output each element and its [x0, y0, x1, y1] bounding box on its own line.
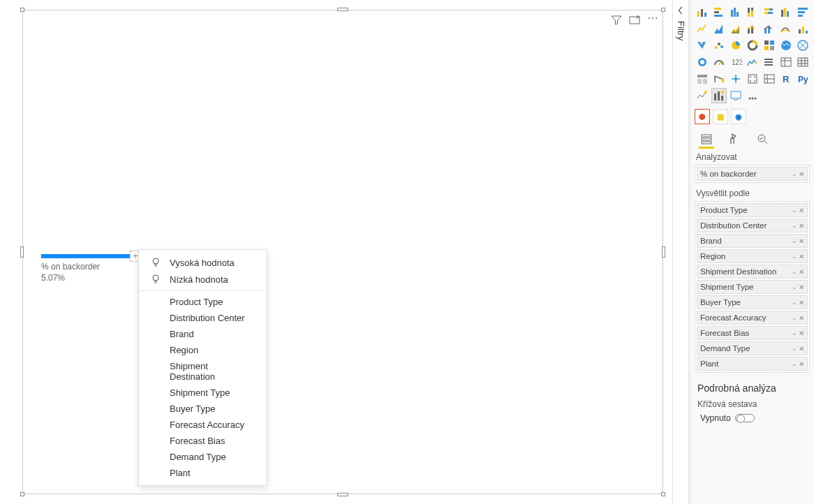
resize-handle[interactable] — [20, 492, 24, 496]
chevron-down-icon[interactable]: ⌄ — [792, 283, 797, 291]
viz-type-icon[interactable] — [728, 88, 743, 103]
viz-type-icon[interactable] — [728, 4, 743, 20]
field-pill[interactable]: % on backorder ⌄✕ — [697, 167, 808, 181]
viz-type-icon[interactable] — [695, 4, 710, 20]
viz-type-icon[interactable]: R — [778, 71, 794, 87]
viz-type-icon[interactable] — [728, 71, 743, 87]
viz-type-icon[interactable] — [778, 4, 794, 20]
viz-type-icon[interactable] — [762, 4, 777, 20]
fields-tab[interactable] — [699, 131, 714, 147]
custom-visual-html[interactable]: ⬢ — [695, 109, 710, 124]
remove-icon[interactable]: ✕ — [799, 299, 804, 306]
field-pill[interactable]: Plant⌄✕ — [697, 357, 808, 371]
remove-icon[interactable]: ✕ — [799, 314, 804, 322]
menu-field-item[interactable]: Product Type — [139, 294, 267, 310]
field-pill[interactable]: Region⌄✕ — [697, 249, 808, 263]
viz-type-icon[interactable] — [695, 54, 710, 70]
menu-field-item[interactable]: Forecast Accuracy — [139, 417, 267, 433]
viz-type-icon[interactable] — [778, 54, 794, 70]
viz-type-icon[interactable] — [711, 38, 727, 53]
viz-type-icon[interactable] — [711, 54, 727, 70]
menu-field-item[interactable]: Plant — [139, 465, 267, 481]
field-pill[interactable]: Forecast Accuracy⌄✕ — [697, 311, 808, 325]
menu-field-item[interactable]: Brand — [139, 326, 267, 342]
menu-field-item[interactable]: Demand Type — [139, 449, 267, 465]
chevron-down-icon[interactable]: ⌄ — [792, 222, 797, 230]
viz-type-icon[interactable] — [795, 38, 811, 53]
custom-visual-3[interactable]: ◉ — [731, 109, 746, 124]
remove-icon[interactable]: ✕ — [799, 253, 804, 260]
field-pill[interactable]: Brand⌄✕ — [697, 234, 808, 248]
explain-by-field-well[interactable]: Product Type⌄✕Distribution Center⌄✕Brand… — [695, 201, 810, 373]
viz-type-icon[interactable] — [745, 4, 760, 20]
remove-icon[interactable]: ✕ — [799, 207, 804, 214]
resize-handle[interactable] — [661, 492, 665, 496]
viz-type-icon[interactable] — [762, 38, 777, 53]
viz-type-icon[interactable] — [762, 71, 777, 87]
viz-type-icon[interactable] — [695, 38, 710, 53]
menu-field-item[interactable]: Region — [139, 342, 267, 358]
custom-visual-2[interactable]: ▦ — [713, 109, 728, 124]
viz-type-icon[interactable] — [695, 88, 710, 103]
viz-type-icon[interactable]: 123 — [728, 54, 743, 70]
expand-icon[interactable] — [676, 6, 686, 15]
resize-handle[interactable] — [337, 8, 348, 11]
resize-handle[interactable] — [662, 246, 665, 258]
chevron-down-icon[interactable]: ⌄ — [792, 237, 797, 245]
remove-icon[interactable]: ✕ — [799, 268, 804, 276]
remove-icon[interactable]: ✕ — [799, 345, 804, 353]
menu-low-value[interactable]: Nízká hodnota — [139, 271, 267, 288]
viz-type-icon[interactable] — [795, 21, 811, 36]
visual-container[interactable]: ⋯ + % on backorder 5.07% Vysoká hodnota … — [22, 10, 663, 494]
viz-type-icon[interactable] — [711, 4, 727, 20]
viz-type-icon[interactable] — [745, 38, 760, 53]
menu-field-item[interactable]: Shipment Type — [139, 385, 267, 401]
chevron-down-icon[interactable]: ⌄ — [792, 329, 797, 337]
remove-icon[interactable]: ✕ — [799, 360, 804, 368]
field-pill[interactable]: Shipment Destination⌄✕ — [697, 265, 808, 279]
menu-field-item[interactable]: Distribution Center — [139, 310, 267, 326]
viz-type-icon[interactable] — [695, 21, 710, 36]
viz-type-icon[interactable] — [711, 21, 727, 36]
resize-handle[interactable] — [661, 8, 665, 12]
report-canvas[interactable]: ⋯ + % on backorder 5.07% Vysoká hodnota … — [0, 0, 670, 504]
remove-icon[interactable]: ✕ — [799, 283, 804, 291]
format-tab[interactable] — [727, 131, 742, 147]
chevron-down-icon[interactable]: ⌄ — [792, 360, 797, 368]
analytics-tab[interactable] — [755, 131, 770, 147]
viz-type-icon[interactable] — [762, 54, 777, 70]
field-pill[interactable]: Forecast Bias⌄✕ — [697, 326, 808, 340]
focus-mode-icon[interactable] — [629, 15, 640, 28]
chevron-down-icon[interactable]: ⌄ — [792, 207, 797, 214]
viz-type-icon[interactable] — [711, 71, 727, 87]
viz-type-icon[interactable] — [762, 21, 777, 36]
remove-icon[interactable]: ✕ — [799, 170, 804, 178]
chevron-down-icon[interactable]: ⌄ — [792, 268, 797, 276]
filters-pane-collapsed[interactable]: Filtry — [672, 0, 689, 504]
viz-type-icon[interactable]: Py — [795, 71, 811, 87]
resize-handle[interactable] — [20, 246, 24, 258]
viz-type-icon[interactable] — [795, 54, 811, 70]
field-pill[interactable]: Product Type⌄✕ — [697, 203, 808, 217]
viz-type-icon[interactable] — [778, 21, 794, 36]
viz-type-icon[interactable] — [778, 38, 794, 53]
field-pill[interactable]: Shipment Type⌄✕ — [697, 280, 808, 294]
chevron-down-icon[interactable]: ⌄ — [792, 253, 797, 260]
menu-field-item[interactable]: Shipment Destination — [139, 358, 267, 385]
chevron-down-icon[interactable]: ⌄ — [792, 170, 797, 178]
menu-high-value[interactable]: Vysoká hodnota — [139, 254, 267, 271]
field-pill[interactable]: Demand Type⌄✕ — [697, 341, 808, 355]
viz-type-icon[interactable] — [695, 71, 710, 87]
viz-type-icon[interactable] — [728, 38, 743, 53]
more-options-icon[interactable]: ⋯ — [647, 15, 658, 28]
chevron-down-icon[interactable]: ⌄ — [792, 299, 797, 306]
filter-icon[interactable] — [611, 15, 622, 28]
viz-type-icon[interactable] — [745, 71, 760, 87]
remove-icon[interactable]: ✕ — [799, 222, 804, 230]
viz-type-icon[interactable] — [728, 21, 743, 36]
menu-field-item[interactable]: Buyer Type — [139, 401, 267, 417]
cross-report-toggle[interactable] — [735, 414, 755, 422]
remove-icon[interactable]: ✕ — [799, 329, 804, 337]
viz-type-icon[interactable] — [745, 54, 760, 70]
viz-type-icon[interactable] — [745, 88, 760, 103]
